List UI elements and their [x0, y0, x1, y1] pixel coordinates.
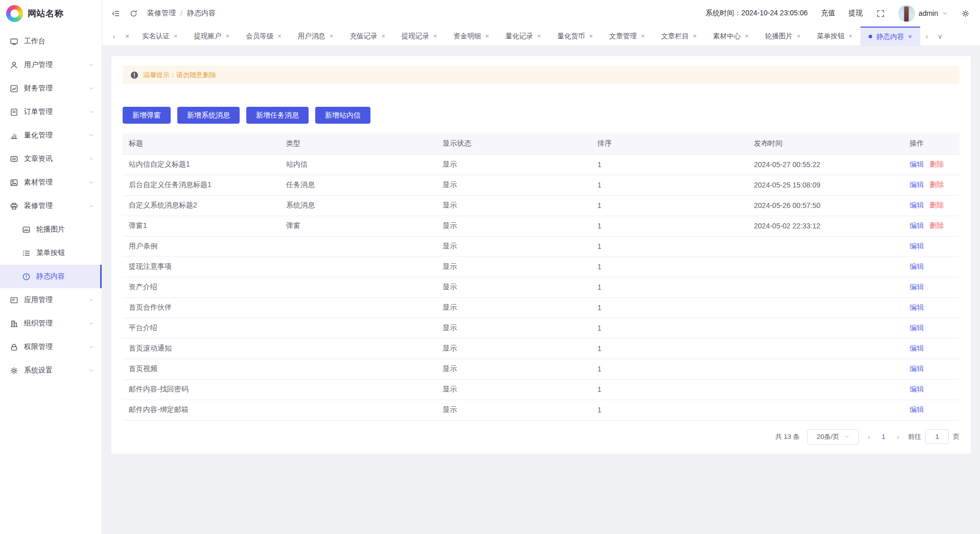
tab-close-icon[interactable]: ×	[849, 32, 853, 40]
tab-10[interactable]: 文章管理×	[601, 27, 653, 45]
edit-link[interactable]: 编辑	[909, 242, 924, 250]
tab-2[interactable]: 提现账户×	[186, 27, 238, 45]
delete-link[interactable]: 删除	[929, 201, 944, 209]
edit-link[interactable]: 编辑	[909, 262, 924, 270]
edit-link[interactable]: 编辑	[909, 221, 924, 229]
tab-close-icon[interactable]: ×	[226, 32, 230, 40]
tab-close-icon[interactable]: ×	[589, 32, 593, 40]
sidebar-item-2[interactable]: 用户管理	[0, 53, 102, 77]
sidebar-item-8[interactable]: 装修管理	[0, 194, 102, 218]
delete-link[interactable]: 删除	[929, 221, 944, 229]
sidebar-item-9[interactable]: 应用管理	[0, 288, 102, 312]
settings-gear-icon[interactable]	[961, 9, 970, 18]
edit-link[interactable]: 编辑	[909, 201, 924, 209]
edit-link[interactable]: 编辑	[909, 405, 924, 413]
tabs-scroll-right-icon[interactable]: ›	[920, 27, 934, 45]
page-size-select[interactable]: 20条/页	[807, 429, 859, 445]
tab-7[interactable]: 资金明细×	[446, 27, 498, 45]
tab-close-icon[interactable]: ×	[174, 32, 178, 40]
tabs-scroll-left-icon[interactable]: ‹	[107, 27, 121, 45]
sidebar: 网站名称 工作台用户管理财务管理订单管理量化管理文章资讯素材管理装修管理轮播图片…	[0, 0, 102, 534]
tab-label: 轮播图片	[765, 32, 792, 41]
edit-link[interactable]: 编辑	[909, 344, 924, 352]
tab-8[interactable]: 量化记录×	[497, 27, 549, 45]
header: 装修管理 / 静态内容 系统时间：2024-10-24 23:05:06 充值 …	[102, 0, 980, 27]
tab-close-icon[interactable]: ×	[908, 33, 912, 40]
pagination-prev-icon[interactable]: ‹	[867, 432, 871, 441]
edit-link[interactable]: 编辑	[909, 160, 924, 168]
tab-close-icon[interactable]: ×	[277, 32, 282, 40]
tab-close-icon[interactable]: ×	[641, 32, 645, 40]
edit-link[interactable]: 编辑	[909, 385, 924, 393]
add-button-3[interactable]: 新增任务消息	[246, 107, 309, 124]
sidebar-item-11[interactable]: 权限管理	[0, 335, 102, 359]
sidebar-item-5[interactable]: 量化管理	[0, 124, 102, 147]
tabs-close-icon[interactable]: ×	[121, 27, 134, 45]
sidebar-item-10[interactable]: 组织管理	[0, 312, 102, 335]
edit-link[interactable]: 编辑	[909, 283, 924, 291]
breadcrumb-item[interactable]: 装修管理	[147, 9, 176, 18]
add-button-2[interactable]: 新增系统消息	[177, 107, 240, 124]
tab-close-icon[interactable]: ×	[485, 32, 489, 40]
tab-1[interactable]: 实名认证×	[134, 27, 186, 45]
delete-link[interactable]: 删除	[929, 180, 944, 189]
cell-title: 资产介绍	[123, 277, 280, 297]
tab-close-icon[interactable]: ×	[537, 32, 541, 40]
edit-link[interactable]: 编辑	[909, 303, 924, 311]
tab-close-icon[interactable]: ×	[797, 32, 801, 40]
cell-sort: 1	[591, 297, 748, 318]
tab-3[interactable]: 会员等级×	[238, 27, 290, 45]
edit-link[interactable]: 编辑	[909, 364, 924, 373]
refresh-icon[interactable]	[129, 9, 138, 18]
add-button-1[interactable]: 新增弹窗	[123, 107, 171, 124]
add-button-4[interactable]: 新增站内信	[315, 107, 370, 124]
notice-banner: 温馨提示：请勿随意删除	[123, 65, 960, 84]
sidebar-item-3[interactable]: 财务管理	[0, 77, 102, 100]
tab-close-icon[interactable]: ×	[745, 32, 749, 40]
fullscreen-icon[interactable]	[876, 9, 885, 18]
tab-close-icon[interactable]: ×	[381, 32, 385, 40]
tab-label: 实名认证	[142, 32, 170, 41]
sidebar-item-6[interactable]: 文章资讯	[0, 147, 102, 171]
withdraw-button[interactable]: 提现	[849, 9, 863, 18]
tabs-menu-icon[interactable]: ∨	[934, 27, 947, 45]
chevron-down-icon	[88, 132, 95, 138]
collapse-sidebar-icon[interactable]	[111, 9, 120, 18]
cell-sort: 1	[591, 154, 748, 175]
sidebar-item-1[interactable]: 工作台	[0, 30, 102, 53]
table-row: 后台自定义任务消息标题1任务消息显示12024-05-25 15:08:09编辑…	[123, 175, 960, 195]
tab-label: 量化记录	[505, 32, 533, 41]
pagination-page-current[interactable]: 1	[879, 433, 888, 440]
edit-link[interactable]: 编辑	[909, 180, 924, 189]
pagination-next-icon[interactable]: ›	[896, 432, 900, 441]
edit-link[interactable]: 编辑	[909, 323, 924, 332]
tab-15[interactable]: 静态内容×	[860, 27, 920, 45]
sidebar-item-8-2[interactable]: 菜单按钮	[0, 241, 102, 265]
table-row: 邮件内容-绑定邮箱显示1编辑	[123, 400, 960, 420]
recharge-button[interactable]: 充值	[821, 9, 835, 18]
tab-11[interactable]: 文章栏目×	[653, 27, 705, 45]
table-row: 平台介绍显示1编辑	[123, 318, 960, 338]
tab-12[interactable]: 素材中心×	[705, 27, 757, 45]
user-menu[interactable]: admin	[898, 5, 948, 22]
goto-page-input[interactable]	[925, 429, 949, 444]
sidebar-item-4[interactable]: 订单管理	[0, 100, 102, 124]
tab-close-icon[interactable]: ×	[330, 32, 334, 40]
sidebar-item-8-3[interactable]: 静态内容	[0, 265, 102, 288]
tab-9[interactable]: 量化货币×	[549, 27, 601, 45]
tab-list: 实名认证×提现账户×会员等级×用户消息×充值记录×提现记录×资金明细×量化记录×…	[134, 27, 920, 45]
sidebar-item-12[interactable]: 系统设置	[0, 359, 102, 382]
tab-close-icon[interactable]: ×	[693, 32, 697, 40]
tab-4[interactable]: 用户消息×	[290, 27, 342, 45]
cell-sort: 1	[591, 236, 748, 257]
delete-link[interactable]: 删除	[929, 160, 944, 168]
tab-close-icon[interactable]: ×	[433, 32, 437, 40]
sidebar-item-8-1[interactable]: 轮播图片	[0, 218, 102, 241]
chevron-down-icon	[88, 344, 95, 350]
tab-13[interactable]: 轮播图片×	[757, 27, 809, 45]
sidebar-item-7[interactable]: 素材管理	[0, 171, 102, 194]
avatar[interactable]	[898, 5, 915, 22]
tab-6[interactable]: 提现记录×	[393, 27, 446, 45]
tab-5[interactable]: 充值记录×	[341, 27, 393, 45]
tab-14[interactable]: 菜单按钮×	[809, 27, 861, 45]
